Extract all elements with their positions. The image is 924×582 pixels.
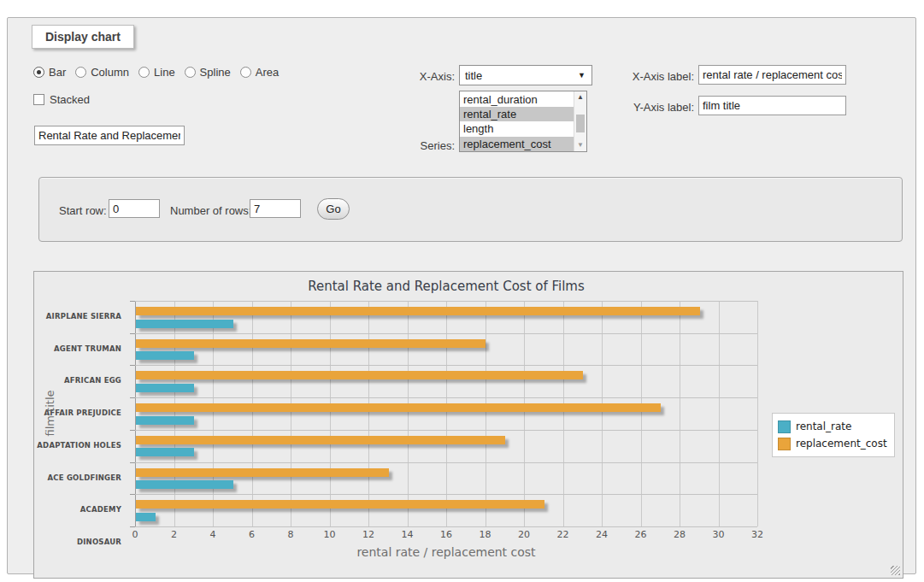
num-rows-input[interactable] — [250, 199, 301, 218]
radio-option-bar[interactable]: Bar — [33, 66, 66, 79]
stacked-checkbox[interactable] — [33, 94, 44, 105]
gridline-vertical — [330, 301, 331, 526]
gridline-vertical — [174, 301, 175, 526]
bar-rental_rate-adaptation-holes — [136, 448, 194, 456]
go-button[interactable]: Go — [317, 198, 350, 220]
gridline-horizontal — [135, 301, 757, 302]
y-axis-tick — [130, 462, 135, 463]
y-axis-label-caption: Y-Axis label: — [606, 101, 694, 114]
bar-rental_rate-affair-prejudice — [136, 416, 194, 425]
radio-label: Line — [154, 66, 175, 79]
x-tick-label: 8 — [278, 529, 303, 540]
y-axis-tick — [130, 333, 135, 334]
series-option-length[interactable]: length — [460, 121, 574, 136]
y-axis-title: film title — [44, 301, 56, 526]
x-axis-label-input[interactable] — [698, 65, 846, 85]
gridline-vertical — [563, 301, 564, 526]
gridline-vertical — [213, 301, 214, 526]
y-axis-tick — [130, 397, 135, 398]
start-row-input[interactable] — [109, 199, 160, 218]
bar-replacement_cost-adaptation-holes — [136, 436, 505, 444]
series-option-rental_rate[interactable]: rental_rate — [460, 107, 574, 121]
x-tick-label: 0 — [122, 529, 148, 540]
x-tick-label: 22 — [550, 529, 576, 540]
stacked-checkbox-row[interactable]: Stacked — [33, 93, 90, 106]
series-scrollbar[interactable]: ▲ ▼ — [574, 91, 586, 151]
chart-panel: Rental Rate and Replacement Cost of Film… — [33, 271, 903, 579]
x-tick-label: 32 — [744, 529, 770, 540]
num-rows-label: Number of rows: — [170, 204, 251, 217]
y-axis-tick — [130, 494, 135, 495]
gridline-horizontal — [135, 494, 757, 495]
gridline-vertical — [602, 301, 603, 526]
radio-icon — [75, 67, 86, 78]
gridline-vertical — [446, 301, 447, 526]
radio-label: Bar — [49, 66, 66, 79]
legend-label: rental_rate — [796, 420, 851, 432]
rows-panel — [38, 177, 903, 242]
series-option-rental_duration[interactable]: rental_duration — [460, 92, 574, 107]
y-axis-tick — [130, 301, 135, 302]
bar-replacement_cost-academy-dinosaur — [136, 500, 544, 509]
radio-icon — [240, 67, 251, 78]
radio-label: Spline — [200, 66, 231, 79]
radio-option-area[interactable]: Area — [240, 66, 279, 79]
gridline-vertical — [408, 301, 409, 526]
resize-handle-icon[interactable] — [891, 566, 900, 575]
bar-rental_rate-african-egg — [136, 384, 194, 392]
x-tick-label: 20 — [511, 529, 537, 540]
series-option-replacement_cost[interactable]: replacement_cost — [460, 137, 574, 151]
y-axis-tick — [130, 430, 135, 431]
gridline-vertical — [291, 301, 291, 526]
gridline-horizontal — [135, 365, 757, 366]
chart-title-input[interactable] — [34, 126, 185, 145]
gridline-horizontal — [135, 333, 757, 334]
display-chart-fieldset: Display chart BarColumnLineSplineArea St… — [7, 17, 916, 574]
x-tick-label: 10 — [317, 529, 343, 540]
gridline-vertical — [719, 301, 720, 526]
x-axis-select[interactable]: title ▼ — [459, 65, 592, 85]
x-tick-label: 26 — [628, 529, 654, 540]
chart-plot — [135, 301, 757, 526]
series-listbox[interactable]: rental_durationrental_ratelengthreplacem… — [459, 91, 587, 152]
x-tick-label: 14 — [395, 529, 421, 540]
y-axis-label-input[interactable] — [698, 96, 846, 115]
x-tick-label: 6 — [239, 529, 265, 540]
gridline-horizontal — [135, 430, 757, 431]
bar-rental_rate-ace-goldfinger — [136, 480, 233, 489]
bar-rental_rate-agent-truman — [136, 351, 194, 360]
chart-title: Rental Rate and Replacement Cost of Film… — [135, 279, 757, 294]
scrollbar-up-icon[interactable]: ▲ — [574, 91, 586, 103]
bar-rental_rate-academy-dinosaur — [136, 513, 156, 521]
series-caption: Series: — [399, 139, 455, 152]
bar-replacement_cost-affair-prejudice — [136, 403, 661, 412]
legend-label: replacement_cost — [796, 438, 887, 450]
start-row-label: Start row: — [59, 204, 107, 217]
gridline-vertical — [486, 301, 486, 526]
scrollbar-thumb[interactable] — [576, 115, 585, 132]
chart-legend: rental_ratereplacement_cost — [772, 413, 895, 457]
radio-option-spline[interactable]: Spline — [185, 66, 231, 79]
radio-option-column[interactable]: Column — [75, 66, 129, 79]
panel-title: Display chart — [32, 25, 134, 49]
legend-items: rental_ratereplacement_cost — [778, 418, 887, 452]
chart-type-radio-group: BarColumnLineSplineArea — [33, 66, 279, 79]
bar-rental_rate-airplane-sierra — [136, 320, 233, 328]
x-tick-label: 18 — [473, 529, 498, 540]
scrollbar-down-icon[interactable]: ▼ — [574, 139, 586, 151]
bar-replacement_cost-african-egg — [136, 371, 583, 379]
radio-icon — [33, 67, 44, 78]
x-tick-label: 16 — [433, 529, 459, 540]
y-axis-line — [135, 301, 136, 526]
gridline-horizontal — [135, 397, 757, 398]
stacked-label: Stacked — [50, 93, 90, 106]
x-tick-label: 4 — [200, 529, 226, 540]
chevron-down-icon: ▼ — [578, 71, 591, 79]
radio-option-line[interactable]: Line — [138, 66, 175, 79]
bar-replacement_cost-airplane-sierra — [136, 307, 700, 315]
gridline-vertical — [757, 301, 758, 526]
legend-swatch — [778, 420, 791, 433]
x-tick-label: 2 — [162, 529, 187, 540]
x-tick-label: 12 — [356, 529, 381, 540]
gridline-vertical — [368, 301, 369, 526]
